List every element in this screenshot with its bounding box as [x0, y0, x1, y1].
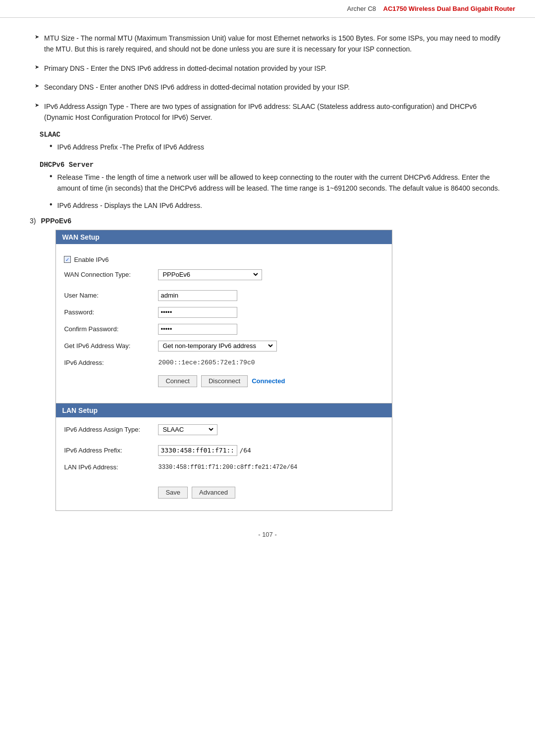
user-name-label: User Name:	[64, 292, 158, 299]
slaac-item-1-text: IPv6 Address Prefix -The Prefix of IPv6 …	[57, 142, 204, 152]
section3-number: 3)	[30, 217, 36, 225]
bullet-mtu: MTU Size - The normal MTU (Maximum Trans…	[30, 33, 505, 55]
page-number: - 107 -	[30, 531, 505, 538]
password-row: Password:	[64, 306, 384, 319]
product-name: AC1750 Wireless Dual Band Gigabit Router	[383, 5, 515, 12]
get-ipv6-row: Get IPv6 Address Way: Get non-temporary …	[64, 340, 384, 353]
ipv6-prefix-row: IPv6 Address Prefix: /64	[64, 444, 384, 457]
lan-setup-body: IPv6 Address Assign Type: SLAAC IPv6 Add…	[56, 417, 392, 510]
dhcpv6-item-1-text: Release Time - the length of time a netw…	[57, 172, 505, 194]
dhcpv6-list: Release Time - the length of time a netw…	[50, 172, 505, 211]
bullet-ipv6-assign: IPv6 Address Assign Type - There are two…	[30, 101, 505, 123]
slaac-item-1: IPv6 Address Prefix -The Prefix of IPv6 …	[50, 142, 505, 152]
get-ipv6-label: Get IPv6 Address Way:	[64, 342, 158, 350]
disconnect-button[interactable]: Disconnect	[201, 375, 248, 387]
ipv6-assign-type-select[interactable]: SLAAC	[160, 425, 215, 434]
dhcpv6-item-1: Release Time - the length of time a netw…	[50, 172, 505, 194]
wan-setup-header: WAN Setup	[56, 230, 392, 244]
wan-connection-type-select[interactable]: PPPoEv6	[160, 270, 260, 279]
bullet-primary-dns-text: Primary DNS - Enter the DNS IPv6 address…	[44, 63, 505, 74]
section3-label: PPPoEv6	[41, 217, 71, 225]
ipv6-address-row: IPv6 Address: 2000::1ece:2605:72e1:79c0	[64, 356, 384, 369]
model-name: Archer C8	[347, 5, 376, 12]
bullet-secondary-dns-text: Secondary DNS - Enter another DNS IPv6 a…	[44, 82, 505, 93]
connect-buttons: Connect Disconnect Connected	[158, 375, 285, 387]
bullet-secondary-dns: Secondary DNS - Enter another DNS IPv6 a…	[30, 82, 505, 93]
slaac-list: IPv6 Address Prefix -The Prefix of IPv6 …	[50, 142, 505, 152]
ipv6-prefix-wrap: /64	[158, 445, 251, 456]
wan-connection-type-label: WAN Connection Type:	[64, 271, 158, 278]
dhcpv6-item-2: IPv6 Address - Displays the LAN IPv6 Add…	[50, 200, 505, 211]
lan-ipv6-address-value: 3330:458:ff01:f71:200:c8ff:fe21:472e/64	[158, 464, 297, 471]
advanced-button[interactable]: Advanced	[192, 487, 235, 499]
save-button[interactable]: Save	[158, 487, 188, 499]
password-input[interactable]	[158, 307, 237, 318]
confirm-password-input[interactable]	[158, 324, 237, 335]
get-ipv6-select[interactable]: Get non-temporary IPv6 address	[160, 342, 274, 350]
main-content: MTU Size - The normal MTU (Maximum Trans…	[0, 18, 535, 558]
ipv6-prefix-suffix: /64	[239, 447, 251, 454]
user-name-input[interactable]	[158, 290, 237, 301]
confirm-password-row: Confirm Password:	[64, 323, 384, 336]
ipv6-assign-type-select-wrap[interactable]: SLAAC	[158, 424, 217, 435]
connected-status: Connected	[252, 377, 285, 385]
ipv6-prefix-input[interactable]	[158, 445, 237, 456]
confirm-password-label: Confirm Password:	[64, 325, 158, 333]
password-label: Password:	[64, 308, 158, 316]
wan-connection-type-select-wrap[interactable]: PPPoEv6	[158, 269, 262, 280]
lan-ipv6-address-row: LAN IPv6 Address: 3330:458:ff01:f71:200:…	[64, 461, 384, 474]
slaac-label: SLAAC	[40, 131, 505, 139]
section3-item: 3) PPPoEv6 WAN Setup Enable IPv6 WAN Con…	[30, 217, 505, 511]
bullet-mtu-text: MTU Size - The normal MTU (Maximum Trans…	[44, 33, 505, 55]
bottom-buttons-row: Save Advanced	[64, 487, 384, 499]
connect-button-row: Connect Disconnect Connected	[64, 373, 384, 387]
wan-setup-panel: WAN Setup Enable IPv6 WAN Connection Typ…	[55, 230, 392, 511]
wan-setup-body: Enable IPv6 WAN Connection Type: PPPoEv6…	[56, 244, 392, 403]
enable-ipv6-row: Enable IPv6	[64, 256, 384, 263]
ipv6-assign-type-row: IPv6 Address Assign Type: SLAAC	[64, 423, 384, 436]
wan-connection-type-row: WAN Connection Type: PPPoEv6	[64, 268, 384, 281]
ipv6-address-label: IPv6 Address:	[64, 359, 158, 366]
bullet-primary-dns: Primary DNS - Enter the DNS IPv6 address…	[30, 63, 505, 74]
page-header: Archer C8 AC1750 Wireless Dual Band Giga…	[0, 0, 535, 18]
connect-button[interactable]: Connect	[158, 375, 197, 387]
ipv6-prefix-label: IPv6 Address Prefix:	[64, 447, 158, 454]
dhcpv6-label: DHCPv6 Server	[40, 161, 505, 169]
dhcpv6-item-2-text: IPv6 Address - Displays the LAN IPv6 Add…	[57, 200, 203, 211]
ipv6-address-value: 2000::1ece:2605:72e1:79c0	[158, 359, 255, 366]
main-bullet-list: MTU Size - The normal MTU (Maximum Trans…	[30, 33, 505, 123]
bullet-ipv6-assign-text: IPv6 Address Assign Type - There are two…	[44, 101, 505, 123]
user-name-row: User Name:	[64, 289, 384, 302]
get-ipv6-select-wrap[interactable]: Get non-temporary IPv6 address	[158, 341, 277, 352]
enable-ipv6-checkbox[interactable]	[64, 256, 71, 263]
enable-ipv6-label: Enable IPv6	[74, 256, 108, 263]
lan-ipv6-address-label: LAN IPv6 Address:	[64, 463, 158, 471]
ipv6-assign-type-label: IPv6 Address Assign Type:	[64, 426, 158, 433]
lan-setup-header: LAN Setup	[56, 403, 392, 417]
section3-content: PPPoEv6 WAN Setup Enable IPv6 WAN Connec…	[41, 217, 505, 511]
